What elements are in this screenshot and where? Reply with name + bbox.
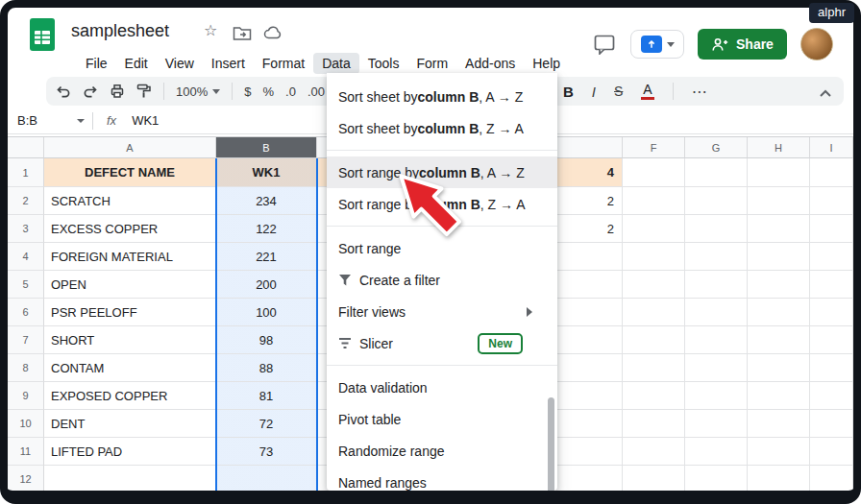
cell-col-a[interactable]: [44, 466, 216, 491]
cell-col-b-selected[interactable]: 81: [216, 382, 317, 410]
cell-col-f[interactable]: [623, 354, 685, 382]
cell-col-g[interactable]: [685, 326, 748, 354]
cell-col-g[interactable]: [685, 271, 748, 299]
cell-col-a[interactable]: DEFECT NAME: [44, 158, 216, 187]
cell-col-b-selected[interactable]: WK1: [216, 158, 317, 187]
col-header-f[interactable]: F: [623, 137, 685, 158]
cell-col-g[interactable]: [685, 438, 748, 466]
cell-col-h[interactable]: [748, 354, 810, 382]
cell-col-b-selected[interactable]: 98: [216, 326, 317, 354]
cell-col-f[interactable]: [623, 466, 685, 491]
share-button[interactable]: Share: [698, 29, 787, 60]
italic-button[interactable]: I: [592, 84, 596, 100]
cell-col-b-selected[interactable]: 122: [216, 215, 317, 243]
cell-col-f[interactable]: [623, 187, 685, 215]
star-icon[interactable]: ☆: [204, 23, 217, 38]
cell-col-i[interactable]: [810, 215, 853, 243]
menu-item-filter-views[interactable]: Filter views: [327, 296, 557, 327]
cell-col-i[interactable]: [810, 187, 853, 215]
menu-item-create-filter[interactable]: Create a filter: [327, 264, 557, 296]
cell-col-f[interactable]: [623, 158, 685, 187]
cell-col-i[interactable]: [810, 271, 853, 299]
row-number[interactable]: 8: [8, 354, 44, 382]
col-header-i[interactable]: I: [810, 137, 853, 158]
cell-col-f[interactable]: [623, 438, 685, 466]
cell-col-g[interactable]: [685, 158, 748, 187]
cell-col-h[interactable]: [748, 438, 810, 466]
menubar-item[interactable]: Insert: [203, 53, 254, 74]
col-header-a[interactable]: A: [44, 137, 216, 158]
menu-item-randomize-range[interactable]: Randomize range: [327, 435, 557, 467]
cell-col-h[interactable]: [748, 466, 810, 491]
menu-item-sort-sheet-za[interactable]: Sort sheet by column B, Z → A: [327, 112, 557, 144]
cell-col-h[interactable]: [748, 410, 810, 438]
cell-col-f[interactable]: [623, 382, 685, 410]
cell-col-i[interactable]: [810, 299, 853, 326]
format-currency-button[interactable]: $: [244, 84, 251, 99]
cell-col-g[interactable]: [685, 382, 748, 410]
cell-col-b-selected[interactable]: [216, 466, 317, 491]
cloud-status-icon[interactable]: [263, 25, 283, 40]
cell-col-b-selected[interactable]: 88: [216, 354, 317, 382]
cell-col-i[interactable]: [810, 243, 853, 271]
bold-button[interactable]: B: [563, 84, 574, 100]
cell-col-a[interactable]: FOREIGN MATERIAL: [44, 243, 216, 271]
menubar-item[interactable]: File: [77, 53, 116, 74]
row-number[interactable]: 2: [8, 187, 44, 215]
cell-col-b-selected[interactable]: 72: [216, 410, 317, 438]
move-folder-icon[interactable]: [233, 25, 252, 41]
menubar-item[interactable]: Edit: [116, 53, 157, 74]
comment-history-button[interactable]: [592, 32, 617, 57]
name-box[interactable]: B:B: [8, 113, 92, 128]
cell-col-b-selected[interactable]: 100: [216, 299, 317, 326]
menu-item-slicer[interactable]: Slicer New: [327, 327, 557, 359]
text-color-button[interactable]: A: [641, 83, 653, 100]
cell-col-f[interactable]: [623, 271, 685, 299]
cell-col-a[interactable]: SHORT: [44, 326, 216, 354]
menu-item-sort-sheet-az[interactable]: Sort sheet by column B, A → Z: [327, 81, 557, 112]
formula-input[interactable]: WK1: [132, 113, 159, 128]
row-number[interactable]: 3: [8, 215, 44, 243]
menubar-item[interactable]: Tools: [359, 53, 408, 74]
cell-col-f[interactable]: [623, 215, 685, 243]
document-title[interactable]: samplesheet: [71, 21, 169, 41]
menubar-item[interactable]: Form: [407, 53, 456, 74]
col-header-h[interactable]: H: [748, 137, 810, 158]
row-number[interactable]: 12: [8, 466, 44, 491]
row-number[interactable]: 9: [8, 382, 44, 410]
col-header-b-selected[interactable]: B: [216, 137, 317, 158]
more-options-button[interactable]: ⋯: [692, 83, 708, 101]
cell-col-i[interactable]: [810, 466, 853, 491]
menu-item-named-ranges[interactable]: Named ranges: [327, 467, 557, 491]
undo-icon[interactable]: [56, 84, 71, 99]
cell-col-h[interactable]: [748, 326, 810, 354]
strikethrough-button[interactable]: S: [614, 84, 623, 99]
collapse-toolbar-icon[interactable]: [819, 84, 832, 102]
menu-item-pivot-table[interactable]: Pivot table: [327, 403, 557, 435]
cell-col-i[interactable]: [810, 382, 853, 410]
cell-col-a[interactable]: CONTAM: [44, 354, 216, 382]
menubar-item[interactable]: Data: [313, 53, 359, 74]
user-avatar[interactable]: [800, 28, 833, 60]
redo-icon[interactable]: [83, 84, 98, 99]
cell-col-a[interactable]: OPEN: [44, 271, 216, 299]
cell-col-h[interactable]: [748, 271, 810, 299]
zoom-control[interactable]: 100%: [176, 84, 220, 99]
cell-col-g[interactable]: [685, 187, 748, 215]
cell-col-i[interactable]: [810, 438, 853, 466]
cell-col-h[interactable]: [748, 158, 810, 187]
cell-col-a[interactable]: PSR PEELOFF: [44, 299, 216, 326]
cell-col-f[interactable]: [623, 410, 685, 438]
cell-col-h[interactable]: [748, 243, 810, 271]
increase-decimal-button[interactable]: .00: [308, 84, 325, 99]
cell-col-a[interactable]: LIFTED PAD: [44, 438, 216, 466]
cell-col-g[interactable]: [685, 354, 748, 382]
cell-col-i[interactable]: [810, 354, 853, 382]
paint-format-icon[interactable]: [136, 84, 152, 99]
cell-col-a[interactable]: SCRATCH: [44, 187, 216, 215]
cell-col-f[interactable]: [623, 326, 685, 354]
row-number[interactable]: 7: [8, 326, 44, 354]
row-number[interactable]: 10: [8, 410, 44, 438]
menubar-item[interactable]: Add-ons: [456, 53, 524, 74]
cell-col-b-selected[interactable]: 221: [216, 243, 317, 271]
